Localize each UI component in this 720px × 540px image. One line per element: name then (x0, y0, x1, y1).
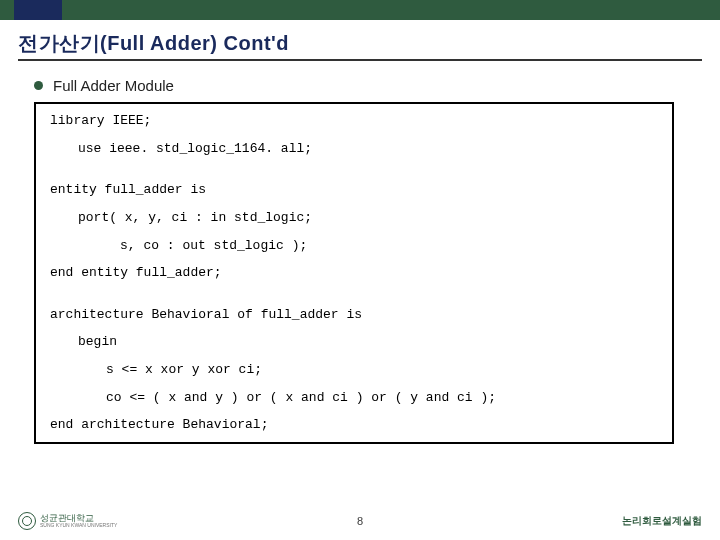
code-line: use ieee. std_logic_1164. all; (50, 142, 658, 156)
code-line: library IEEE; (50, 114, 658, 128)
code-block: library IEEE; use ieee. std_logic_1164. … (34, 102, 674, 444)
slide-title: 전가산기(Full Adder) Cont'd (18, 30, 702, 61)
university-logo: 성균관대학교 SUNG KYUN KWAN UNIVERSITY (18, 512, 117, 530)
code-line: architecture Behavioral of full_adder is (50, 308, 658, 322)
code-line: begin (50, 335, 658, 349)
bullet-row: Full Adder Module (34, 77, 686, 94)
bullet-text: Full Adder Module (53, 77, 174, 94)
logo-text: 성균관대학교 SUNG KYUN KWAN UNIVERSITY (40, 514, 117, 528)
code-line: entity full_adder is (50, 183, 658, 197)
footer-right-label: 논리회로설계실험 (622, 514, 702, 528)
logo-mark-icon (18, 512, 36, 530)
code-line: s <= x xor y xor ci; (50, 363, 658, 377)
uni-sub: SUNG KYUN KWAN UNIVERSITY (40, 523, 117, 528)
header-bar (0, 0, 720, 20)
header-accent (14, 0, 62, 20)
code-line: co <= ( x and y ) or ( x and ci ) or ( y… (50, 391, 658, 405)
bullet-icon (34, 81, 43, 90)
footer: 성균관대학교 SUNG KYUN KWAN UNIVERSITY 8 논리회로설… (0, 512, 720, 530)
page-number: 8 (357, 515, 363, 527)
content-area: Full Adder Module library IEEE; use ieee… (0, 63, 720, 444)
title-wrap: 전가산기(Full Adder) Cont'd (0, 20, 720, 63)
code-line: s, co : out std_logic ); (50, 239, 658, 253)
code-line: end entity full_adder; (50, 266, 658, 280)
code-line: end architecture Behavioral; (50, 418, 658, 432)
code-line: port( x, y, ci : in std_logic; (50, 211, 658, 225)
